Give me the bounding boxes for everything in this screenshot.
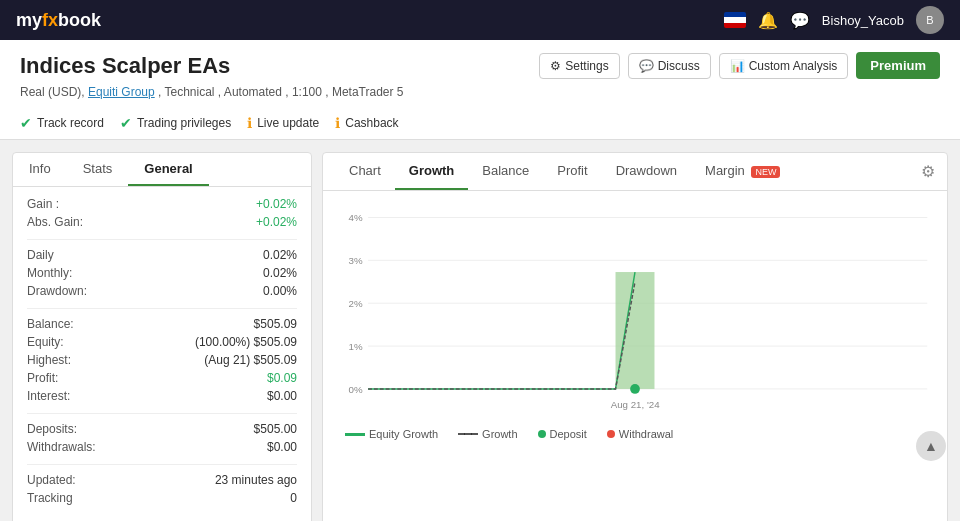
monthly-label: Monthly:: [27, 266, 72, 280]
premium-button[interactable]: Premium: [856, 52, 940, 79]
stat-tracking: Tracking 0: [27, 491, 297, 505]
stat-daily: Daily 0.02%: [27, 248, 297, 262]
stat-updated: Updated: 23 minutes ago: [27, 473, 297, 487]
stat-withdrawals: Withdrawals: $0.00: [27, 440, 297, 454]
growth-chart: 4% 3% 2% 1% 0% Aug: [333, 201, 937, 421]
growth-line: [368, 282, 635, 389]
balance-label: Balance:: [27, 317, 74, 331]
deposits-value: $505.00: [254, 422, 297, 436]
scroll-top-button[interactable]: ▲: [916, 431, 946, 461]
right-panel: Chart Growth Balance Profit Drawdown Mar…: [322, 152, 948, 521]
tab-chart[interactable]: Chart: [335, 153, 395, 190]
equity-value: (100.00%) $505.09: [195, 335, 297, 349]
badge-track-label: Track record: [37, 116, 104, 130]
monthly-value: 0.02%: [263, 266, 297, 280]
avatar[interactable]: B: [916, 6, 944, 34]
deposits-label: Deposits:: [27, 422, 77, 436]
page-title: Indices Scalper EAs: [20, 53, 230, 79]
balance-section: Balance: $505.09 Equity: (100.00%) $505.…: [27, 317, 297, 403]
logo[interactable]: myfxbook: [16, 10, 101, 31]
daily-label: Daily: [27, 248, 54, 262]
equity-label: Equity:: [27, 335, 64, 349]
gain-value: +0.02%: [256, 197, 297, 211]
profit-label: Profit:: [27, 371, 58, 385]
updated-value: 23 minutes ago: [215, 473, 297, 487]
check-icon-2: ✔: [120, 115, 132, 131]
discuss-button[interactable]: 💬 Discuss: [628, 53, 711, 79]
badge-live-label: Live update: [257, 116, 319, 130]
settings-icon: ⚙: [550, 59, 561, 73]
badge-cashback-label: Cashback: [345, 116, 398, 130]
tab-info[interactable]: Info: [13, 153, 67, 186]
withdrawals-label: Withdrawals:: [27, 440, 96, 454]
stat-gain: Gain : +0.02%: [27, 197, 297, 211]
equity-growth-bar: [616, 272, 655, 389]
chart-tabs: Chart Growth Balance Profit Drawdown Mar…: [323, 153, 947, 191]
svg-text:4%: 4%: [349, 212, 363, 223]
chart-area: 4% 3% 2% 1% 0% Aug: [323, 191, 947, 454]
tab-balance[interactable]: Balance: [468, 153, 543, 190]
topnav: myfxbook 🔔 💬 Bishoy_Yacob B: [0, 0, 960, 40]
badge-live-update[interactable]: ℹ Live update: [247, 115, 319, 131]
equiti-link[interactable]: Equiti Group: [88, 85, 155, 99]
legend-equity: Equity Growth: [345, 428, 438, 440]
profit-value: $0.09: [267, 371, 297, 385]
deposit-dot: [630, 384, 640, 394]
svg-text:Aug 21, '24: Aug 21, '24: [611, 399, 661, 410]
balance-value: $505.09: [254, 317, 297, 331]
custom-analysis-button[interactable]: 📊 Custom Analysis: [719, 53, 849, 79]
check-icon: ✔: [20, 115, 32, 131]
flag-icon[interactable]: [724, 12, 746, 28]
tracking-label: Tracking: [27, 491, 73, 505]
info-icon-2: ℹ: [335, 115, 340, 131]
deposit-legend-dot: [538, 430, 546, 438]
stat-equity: Equity: (100.00%) $505.09: [27, 335, 297, 349]
page-header: Indices Scalper EAs ⚙ Settings 💬 Discuss…: [0, 40, 960, 140]
topnav-right: 🔔 💬 Bishoy_Yacob B: [724, 6, 944, 34]
period-section: Daily 0.02% Monthly: 0.02% Drawdown: 0.0…: [27, 248, 297, 298]
tab-margin[interactable]: Margin NEW: [691, 153, 794, 190]
daily-value: 0.02%: [263, 248, 297, 262]
stat-drawdown: Drawdown: 0.00%: [27, 284, 297, 298]
tab-growth[interactable]: Growth: [395, 153, 469, 190]
gain-section: Gain : +0.02% Abs. Gain: +0.02%: [27, 197, 297, 229]
tab-profit[interactable]: Profit: [543, 153, 601, 190]
settings-button[interactable]: ⚙ Settings: [539, 53, 619, 79]
legend-withdrawal: Withdrawal: [607, 428, 673, 440]
page-badges: ✔ Track record ✔ Trading privileges ℹ Li…: [20, 107, 940, 139]
drawdown-label: Drawdown:: [27, 284, 87, 298]
username[interactable]: Bishoy_Yacob: [822, 13, 904, 28]
custom-analysis-label: Custom Analysis: [749, 59, 838, 73]
tab-general[interactable]: General: [128, 153, 208, 186]
stat-balance: Balance: $505.09: [27, 317, 297, 331]
stat-profit: Profit: $0.09: [27, 371, 297, 385]
svg-text:0%: 0%: [349, 384, 363, 395]
badge-cashback[interactable]: ℹ Cashback: [335, 115, 398, 131]
tab-stats[interactable]: Stats: [67, 153, 129, 186]
tracking-value: 0: [290, 491, 297, 505]
abs-gain-label: Abs. Gain:: [27, 215, 83, 229]
withdrawals-value: $0.00: [267, 440, 297, 454]
header-actions: ⚙ Settings 💬 Discuss 📊 Custom Analysis: [539, 53, 848, 79]
left-panel: Info Stats General Gain : +0.02% Abs. Ga…: [12, 152, 312, 521]
drawdown-value: 0.00%: [263, 284, 297, 298]
stat-interest: Interest: $0.00: [27, 389, 297, 403]
tab-drawdown[interactable]: Drawdown: [602, 153, 691, 190]
notifications-icon[interactable]: 🔔: [758, 11, 778, 30]
growth-legend-line: [458, 433, 478, 435]
stat-deposits: Deposits: $505.00: [27, 422, 297, 436]
chart-settings-icon[interactable]: ⚙: [921, 162, 935, 181]
custom-analysis-icon: 📊: [730, 59, 745, 73]
settings-label: Settings: [565, 59, 608, 73]
svg-text:3%: 3%: [349, 255, 363, 266]
badge-trading-privileges[interactable]: ✔ Trading privileges: [120, 115, 231, 131]
interest-label: Interest:: [27, 389, 70, 403]
withdrawal-legend-label: Withdrawal: [619, 428, 673, 440]
withdrawal-legend-dot: [607, 430, 615, 438]
page-header-top: Indices Scalper EAs ⚙ Settings 💬 Discuss…: [20, 52, 940, 79]
growth-legend-label: Growth: [482, 428, 517, 440]
chat-icon[interactable]: 💬: [790, 11, 810, 30]
equity-legend-line: [345, 433, 365, 436]
badge-track-record[interactable]: ✔ Track record: [20, 115, 104, 131]
badge-trading-label: Trading privileges: [137, 116, 231, 130]
